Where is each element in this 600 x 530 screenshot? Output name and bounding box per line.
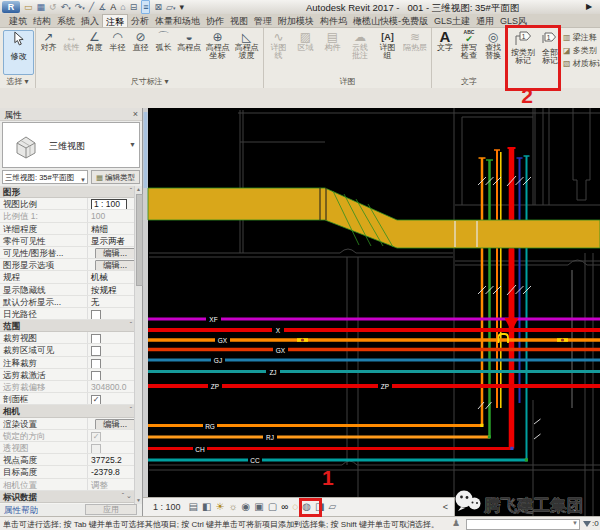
- material-tag-button[interactable]: ▧ 材质标记: [563, 57, 600, 70]
- horizontal-pipes[interactable]: XF X GX GX GJ ZJ ZP: [148, 315, 600, 464]
- redo-icon[interactable]: ↷▾: [75, 1, 85, 14]
- pipe-rj[interactable]: RJ: [148, 433, 491, 441]
- tab-component-dock[interactable]: 构件坞: [317, 14, 350, 27]
- detail-panel-label[interactable]: 详图: [264, 76, 431, 87]
- save-icon[interactable]: ▦: [37, 1, 46, 13]
- pipe-gj[interactable]: GJ: [148, 356, 600, 364]
- select-panel-label[interactable]: 选择 ▾: [0, 76, 35, 87]
- aligned-dimension-icon[interactable]: ∡: [98, 1, 106, 13]
- chevron-down-icon[interactable]: ▼: [129, 141, 136, 148]
- beam-annotations-button[interactable]: ▥ 梁注释: [563, 31, 600, 44]
- pipe-x[interactable]: X: [148, 326, 600, 334]
- aligned-dimension-button[interactable]: ↗ 对齐: [37, 30, 60, 60]
- sun-path-icon[interactable]: ☀: [215, 499, 224, 515]
- find-replace-button[interactable]: ◎ 查找 替换: [481, 30, 505, 60]
- pipe-gx-2[interactable]: GX: [148, 346, 600, 354]
- section-extents[interactable]: 范围ˆ: [0, 320, 135, 332]
- viewport-scrollbar-thumb[interactable]: [144, 112, 148, 188]
- view-instance-combobox[interactable]: 三维视图: 35#平面图 ▼: [2, 170, 88, 184]
- diameter-dimension-button[interactable]: ⊘ 直径: [129, 30, 152, 60]
- detail-group-button[interactable]: [A] 详图 组: [374, 30, 401, 60]
- detail-level-icon[interactable]: ▤: [189, 499, 198, 515]
- tab-analyze[interactable]: 分析: [128, 14, 152, 27]
- crop-view-icon[interactable]: ▣: [254, 499, 263, 515]
- modify-button[interactable]: 修改: [3, 30, 34, 75]
- spot-slope-button[interactable]: ◺ 高程点 坡度: [232, 30, 261, 60]
- temporary-hide-isolate-icon[interactable]: ∞: [281, 499, 288, 515]
- tab-systems[interactable]: 系统: [54, 14, 78, 27]
- close-hidden-windows-icon[interactable]: ⊠: [154, 1, 162, 13]
- text-icon[interactable]: A: [110, 1, 116, 13]
- dimension-panel-label[interactable]: 尺寸标注 ▾: [36, 76, 263, 87]
- thin-lines-icon[interactable]: ≡: [141, 0, 150, 14]
- text-panel-label[interactable]: 文字: [432, 76, 506, 87]
- properties-scrollbar[interactable]: ▲ ▼: [134, 186, 142, 504]
- angular-dimension-button[interactable]: ∠ 角度: [83, 30, 106, 60]
- arc-length-button[interactable]: ⌒ 弧长: [152, 30, 175, 60]
- checkbox[interactable]: [91, 359, 101, 368]
- pipe-xf[interactable]: XF: [148, 315, 600, 323]
- tab-view[interactable]: 视图: [227, 14, 251, 27]
- pipe-rg[interactable]: RG: [148, 422, 484, 430]
- section-icon[interactable]: ⊟: [130, 1, 138, 13]
- pipe-zp[interactable]: ZP ZP: [148, 382, 600, 390]
- tab-annotate[interactable]: 注释: [102, 14, 128, 27]
- spelling-button[interactable]: ABC ✔ 拼写 检查: [457, 30, 481, 60]
- tab-massing-site[interactable]: 体量和场地: [152, 14, 203, 27]
- section-graphics[interactable]: 图形ˆ: [0, 186, 135, 198]
- edit-button[interactable]: 编辑...: [95, 248, 135, 258]
- multi-category-button[interactable]: ◪ 多类别: [563, 44, 600, 57]
- text-button[interactable]: A 文字: [433, 30, 457, 60]
- tab-insert[interactable]: 插入: [78, 14, 102, 27]
- view-scale-button[interactable]: 1 : 100: [153, 502, 181, 512]
- edit-button[interactable]: 编辑...: [95, 260, 135, 270]
- sync-icon[interactable]: ↺: [49, 1, 57, 13]
- measure-icon[interactable]: ╱: [89, 1, 94, 13]
- chevron-down-icon[interactable]: ▼: [80, 174, 86, 184]
- undo-icon[interactable]: ↶▾: [61, 1, 71, 14]
- edit-button[interactable]: 编辑...: [95, 419, 135, 429]
- displacement-sets-icon[interactable]: ▱: [329, 499, 337, 515]
- checkbox[interactable]: [91, 371, 101, 380]
- visual-style-icon[interactable]: ◧: [202, 499, 211, 515]
- pipe-gx-1[interactable]: GX: [148, 336, 600, 344]
- pipe-zj[interactable]: ZJ: [148, 368, 600, 376]
- worksharing-icon[interactable]: ♟: [452, 518, 460, 528]
- radial-dimension-button[interactable]: ◠ 半径: [106, 30, 129, 60]
- reveal-hidden-elements-icon[interactable]: ◌: [292, 499, 298, 515]
- shadows-icon[interactable]: ☼: [228, 499, 237, 515]
- checkbox[interactable]: [91, 334, 101, 343]
- tab-manage[interactable]: 管理: [251, 14, 275, 27]
- default-3d-view-icon[interactable]: ⌂: [120, 1, 125, 13]
- tab-ganlanshan[interactable]: 橄榄山快模-免费版: [350, 14, 431, 27]
- switch-windows-icon[interactable]: ▱▾: [166, 1, 175, 14]
- selection-filter[interactable]: :0: [583, 519, 599, 528]
- drawing-area[interactable]: XF X GX GX GJ ZJ ZP: [143, 108, 600, 516]
- checkbox[interactable]: [91, 346, 101, 355]
- checkbox[interactable]: [91, 310, 101, 319]
- spot-coordinate-button[interactable]: ⊕ 高程点 坐标: [203, 30, 232, 60]
- viewport-canvas[interactable]: XF X GX GX GJ ZJ ZP: [143, 108, 600, 516]
- pipe-ch[interactable]: CH: [148, 445, 514, 453]
- design-option-combobox[interactable]: ▼: [466, 519, 580, 530]
- show-crop-region-icon[interactable]: ▢: [268, 499, 277, 515]
- type-selector[interactable]: 三维视图 ▼: [2, 122, 140, 168]
- tab-gls-civil[interactable]: GLS土建: [431, 14, 473, 27]
- open-icon[interactable]: ▭: [24, 1, 33, 13]
- spot-elevation-button[interactable]: ◒ 高程点: [175, 30, 203, 60]
- revit-app-menu-button[interactable]: R: [2, 1, 20, 13]
- checkbox[interactable]: ✓: [91, 395, 101, 404]
- collapse-icon[interactable]: <: [443, 502, 448, 512]
- edit-type-button[interactable]: ▦ 编辑类型: [91, 170, 140, 184]
- duct[interactable]: [148, 188, 600, 248]
- customize-qat-icon[interactable]: ▾: [179, 1, 184, 13]
- tab-structure[interactable]: 结构: [30, 14, 54, 27]
- tab-collaborate[interactable]: 协作: [203, 14, 227, 27]
- titlebar-expand-button[interactable]: ▶: [586, 2, 592, 11]
- tab-addins[interactable]: 附加模块: [275, 14, 317, 27]
- render-icon[interactable]: ◉: [242, 499, 251, 515]
- section-camera[interactable]: 相机ˆ: [0, 405, 135, 417]
- section-identity-data[interactable]: 标识数据ˆ ⌄: [0, 491, 135, 503]
- riser-pipes[interactable]: [479, 148, 530, 460]
- tab-architecture[interactable]: 建筑: [6, 14, 30, 27]
